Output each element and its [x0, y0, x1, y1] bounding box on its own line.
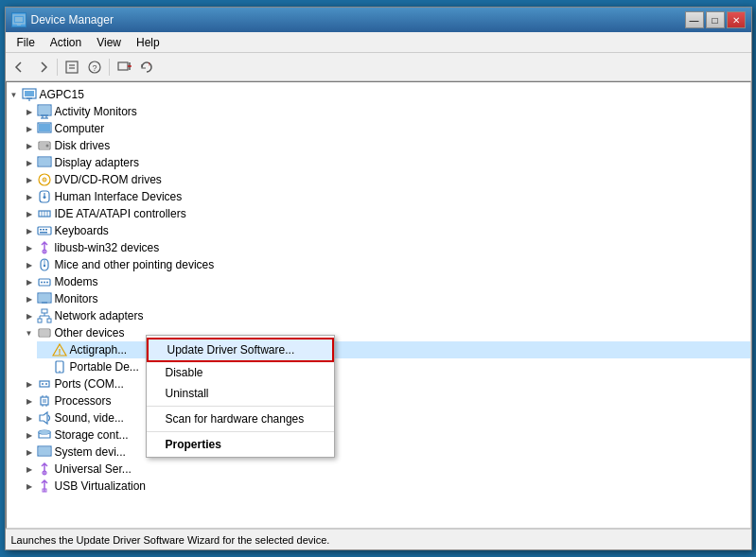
context-separator — [147, 406, 334, 407]
svg-rect-58 — [38, 319, 42, 322]
system-expander[interactable]: ▶ — [22, 444, 37, 460]
activity-expander[interactable]: ▶ — [22, 104, 37, 119]
content-area: ▼ AGPC15 ▶ — [6, 81, 751, 529]
dvd-expander[interactable]: ▶ — [22, 172, 37, 187]
menu-action[interactable]: Action — [43, 34, 89, 51]
libusb-expander[interactable]: ▶ — [22, 240, 37, 255]
tree-item-display[interactable]: ▶ Display adapters — [22, 154, 750, 171]
svg-rect-44 — [45, 229, 47, 231]
back-button[interactable] — [9, 57, 30, 78]
tree-item-activity[interactable]: ▶ Activity Monitors — [22, 103, 750, 120]
tree-root[interactable]: ▼ AGPC15 — [7, 86, 750, 103]
status-bar: Launches the Update Driver Software Wiza… — [6, 529, 751, 549]
disk-expander[interactable]: ▶ — [22, 138, 37, 153]
modem-expander[interactable]: ▶ — [22, 274, 37, 289]
menu-file[interactable]: File — [9, 34, 43, 51]
tree-item-system[interactable]: ▶ System devi... — [22, 444, 750, 461]
universal-icon — [37, 461, 52, 477]
tree-item-universal[interactable]: ▶ Universal Ser... — [22, 461, 750, 478]
network-label: Network adapters — [55, 309, 144, 322]
tree-item-computer[interactable]: ▶ Computer — [22, 120, 750, 137]
context-update-driver[interactable]: Update Driver Software... — [147, 338, 334, 362]
tree-item-sound[interactable]: ▶ Sound, vide... — [22, 409, 750, 426]
menu-view[interactable]: View — [89, 34, 129, 51]
svg-rect-30 — [39, 158, 50, 165]
tree-item-hid[interactable]: ▶ Human Interface Devices — [22, 188, 750, 205]
hid-expander[interactable]: ▶ — [22, 189, 37, 204]
tree-item-monitors[interactable]: ▶ Monitors — [22, 290, 750, 307]
ports-expander[interactable]: ▶ — [22, 376, 37, 392]
tree-item-actigraph[interactable]: ▶ ! Actigraph... — [37, 341, 750, 358]
update-button[interactable]: ! — [136, 57, 157, 78]
tree-item-ide[interactable]: ▶ IDE ATA/ATAPI controllers — [22, 205, 750, 222]
context-disable[interactable]: Disable — [147, 362, 334, 383]
tree-item-processors[interactable]: ▶ Processors — [22, 392, 750, 409]
tree-item-keyboard[interactable]: ▶ Keyboards — [22, 222, 750, 239]
network-expander[interactable]: ▶ — [22, 308, 37, 323]
minimize-button[interactable]: — — [685, 11, 704, 28]
tree-item-storage[interactable]: ▶ Storage cont... — [22, 426, 750, 444]
tree-item-disk[interactable]: ▶ Disk drives — [22, 137, 750, 154]
processors-expander[interactable]: ▶ — [22, 393, 37, 409]
sound-icon — [37, 410, 52, 426]
help-button[interactable]: ? — [84, 57, 105, 78]
ide-label: IDE ATA/ATAPI controllers — [55, 207, 186, 220]
tree-item-libusb[interactable]: ▶ libusb-win32 devices — [22, 239, 750, 256]
properties-button[interactable] — [62, 57, 82, 78]
svg-rect-68 — [56, 361, 63, 373]
svg-rect-45 — [40, 232, 47, 234]
usb-virt-expander[interactable]: ▶ — [22, 479, 37, 494]
actigraph-expander: ▶ — [37, 342, 52, 357]
libusb-icon — [37, 240, 52, 255]
close-button[interactable]: ✕ — [727, 11, 746, 28]
tree-item-portable[interactable]: ▶ Portable De... — [37, 358, 750, 375]
portable-label: Portable De... — [70, 360, 139, 374]
context-properties[interactable]: Properties — [147, 434, 334, 455]
status-text: Launches the Update Driver Software Wiza… — [11, 534, 330, 546]
sound-expander[interactable]: ▶ — [22, 410, 37, 426]
display-label: Display adapters — [55, 156, 139, 169]
svg-point-28 — [45, 145, 48, 148]
context-scan[interactable]: Scan for hardware changes — [147, 409, 334, 429]
disk-icon — [37, 138, 52, 153]
activity-icon — [37, 104, 52, 119]
scan-button[interactable] — [114, 57, 134, 78]
universal-expander[interactable]: ▶ — [22, 461, 37, 477]
svg-rect-42 — [40, 229, 42, 231]
forward-button[interactable] — [32, 57, 53, 78]
tree-item-dvd[interactable]: ▶ DVD/CD-ROM drives — [22, 171, 750, 188]
svg-rect-43 — [43, 229, 44, 231]
computer-expander[interactable]: ▶ — [22, 121, 37, 136]
svg-point-52 — [44, 282, 45, 284]
mice-expander[interactable]: ▶ — [22, 257, 37, 272]
monitors-expander[interactable]: ▶ — [22, 291, 37, 306]
modem-icon — [37, 274, 52, 289]
menu-help[interactable]: Help — [129, 34, 167, 51]
display-expander[interactable]: ▶ — [22, 155, 37, 170]
tree-item-modem[interactable]: ▶ Modems — [22, 273, 750, 290]
ide-expander[interactable]: ▶ — [22, 206, 37, 221]
root-label: AGPC15 — [40, 88, 84, 101]
svg-point-49 — [43, 265, 44, 267]
tree-item-ports[interactable]: ▶ Ports (COM... — [22, 375, 750, 392]
root-expander[interactable]: ▼ — [7, 87, 22, 102]
system-icon — [37, 444, 52, 460]
svg-rect-5 — [66, 61, 78, 73]
storage-icon — [37, 427, 52, 443]
other-expander[interactable]: ▼ — [22, 325, 37, 340]
window-icon — [11, 12, 26, 27]
maximize-button[interactable]: □ — [706, 11, 725, 28]
tree-item-mice[interactable]: ▶ Mice and other pointing devices — [22, 256, 750, 273]
keyboard-expander[interactable]: ▶ — [22, 223, 37, 238]
device-tree[interactable]: ▼ AGPC15 ▶ — [6, 81, 751, 529]
tree-item-network[interactable]: ▶ Network adapters — [22, 307, 750, 324]
svg-point-53 — [46, 282, 48, 284]
tree-item-other[interactable]: ▼ Other devices — [22, 324, 750, 341]
svg-rect-74 — [43, 399, 46, 403]
storage-expander[interactable]: ▶ — [22, 427, 37, 443]
context-uninstall[interactable]: Uninstall — [147, 383, 334, 404]
tree-item-usb-virt[interactable]: ▶ USB Virtualization — [22, 478, 750, 495]
usb-virt-icon — [37, 479, 52, 494]
svg-point-36 — [43, 196, 45, 199]
svg-rect-1 — [15, 17, 23, 22]
